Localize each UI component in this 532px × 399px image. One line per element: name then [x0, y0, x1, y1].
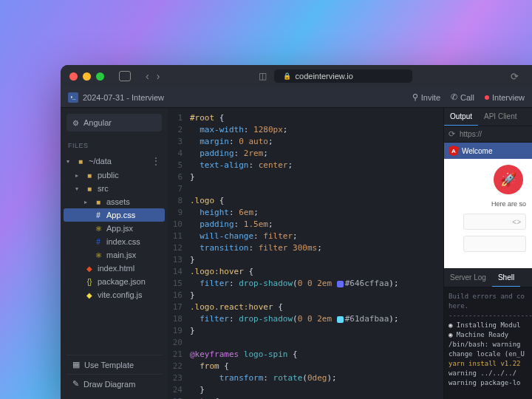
tree-src[interactable]: ▾■src [64, 182, 165, 195]
phone-icon: ✆ [451, 92, 457, 102]
js-icon: ◆ [85, 291, 94, 299]
reload-icon[interactable]: ⟳ [511, 71, 519, 82]
right-panel: Output API Client ⟳ https:// A Welcome 🚀… [443, 108, 532, 399]
html-icon: ◆ [85, 265, 94, 273]
tree-app-jsx[interactable]: ⚛App.jsx [64, 222, 165, 235]
terminal-output[interactable]: Build errors and cohere.----------------… [444, 287, 532, 399]
folder-icon: ■ [94, 198, 103, 206]
file-tree: ▾■~/data⋮ ▸■public ▾■src ▸■assets #App.c… [61, 152, 168, 355]
framework-select[interactable]: ⚙ Angular [66, 114, 162, 132]
sidebar: ⚙ Angular FILES ▾■~/data⋮ ▸■public ▾■src… [61, 108, 168, 399]
maximize-icon[interactable] [96, 72, 104, 81]
tree-public[interactable]: ▸■public [64, 168, 165, 182]
rocket-icon: 🚀 [494, 165, 523, 194]
jsx-icon: ⚛ [94, 251, 103, 259]
pencil-icon: ✎ [72, 379, 79, 389]
tab-server-log[interactable]: Server Log [444, 269, 492, 287]
log-tabs: Server Log Shell [444, 268, 532, 287]
tree-index-html[interactable]: ◆index.html [64, 262, 165, 275]
invite-icon: ⚲ [412, 92, 418, 102]
files-section-label: FILES [61, 139, 168, 152]
css-icon: # [94, 238, 103, 246]
forward-icon[interactable]: › [157, 70, 160, 82]
url-bar[interactable]: 🔒 codeinterview.io [274, 69, 412, 83]
json-icon: {} [85, 278, 94, 286]
invite-button[interactable]: ⚲ Invite [412, 92, 440, 102]
preview-code-box: <> [463, 214, 526, 230]
url-text: codeinterview.io [296, 72, 353, 81]
browser-window: ‹ › ◫ 🔒 codeinterview.io ⟳ ›_ 2024-07-31… [61, 65, 532, 399]
preview-url: https:// [460, 130, 482, 138]
lock-icon: 🔒 [283, 72, 291, 80]
back-icon[interactable]: ‹ [146, 70, 149, 82]
code-editor[interactable]: 1#root {2 max-width: 1280px;3 margin: 0 … [168, 108, 443, 399]
sidebar-toggle-icon[interactable] [119, 71, 131, 81]
draw-diagram-button[interactable]: ✎Draw Diagram [66, 374, 162, 393]
call-button[interactable]: ✆ Call [451, 92, 474, 102]
output-tabs: Output API Client [444, 108, 532, 126]
shield-icon[interactable]: ◫ [259, 71, 267, 81]
tree-package-json[interactable]: {}package.json [64, 275, 165, 288]
preview-frame: A Welcome 🚀 Here are so <> [444, 143, 532, 268]
jsx-icon: ⚛ [94, 225, 103, 233]
tree-index-css[interactable]: #index.css [64, 235, 165, 248]
folder-icon: ■ [85, 185, 94, 193]
reload-preview-icon[interactable]: ⟳ [449, 129, 455, 139]
more-icon[interactable]: ⋮ [151, 156, 162, 166]
status-dot-icon [485, 95, 489, 100]
tab-api-client[interactable]: API Client [478, 108, 522, 126]
tree-main-jsx[interactable]: ⚛main.jsx [64, 248, 165, 262]
tab-output[interactable]: Output [444, 108, 478, 126]
session-title: 2024-07-31 - Interview [83, 93, 164, 102]
css-icon: # [94, 211, 103, 219]
tree-root[interactable]: ▾■~/data⋮ [64, 154, 165, 168]
gear-icon: ⚙ [72, 119, 79, 127]
preview-header: A Welcome [444, 143, 532, 159]
template-icon: ▦ [72, 360, 80, 369]
angular-icon: A [449, 146, 459, 156]
folder-icon: ■ [85, 171, 94, 180]
tree-assets[interactable]: ▸■assets [64, 195, 165, 208]
tab-shell[interactable]: Shell [492, 269, 520, 287]
app-header: ›_ 2024-07-31 - Interview ⚲ Invite ✆ Cal… [61, 87, 532, 108]
titlebar: ‹ › ◫ 🔒 codeinterview.io ⟳ [61, 65, 532, 87]
minimize-icon[interactable] [83, 72, 91, 81]
close-icon[interactable] [69, 72, 78, 81]
use-template-button[interactable]: ▦Use Template [66, 355, 162, 374]
terminal-icon: ›_ [68, 92, 78, 103]
preview-code-box [463, 236, 526, 252]
tree-vite-config[interactable]: ◆vite.config.js [64, 288, 165, 301]
tree-app-css[interactable]: #App.css [64, 208, 165, 222]
traffic-lights [69, 72, 104, 81]
preview-text: Here are so [491, 200, 526, 208]
status-indicator: Interview [485, 93, 525, 102]
folder-icon: ■ [76, 157, 85, 166]
